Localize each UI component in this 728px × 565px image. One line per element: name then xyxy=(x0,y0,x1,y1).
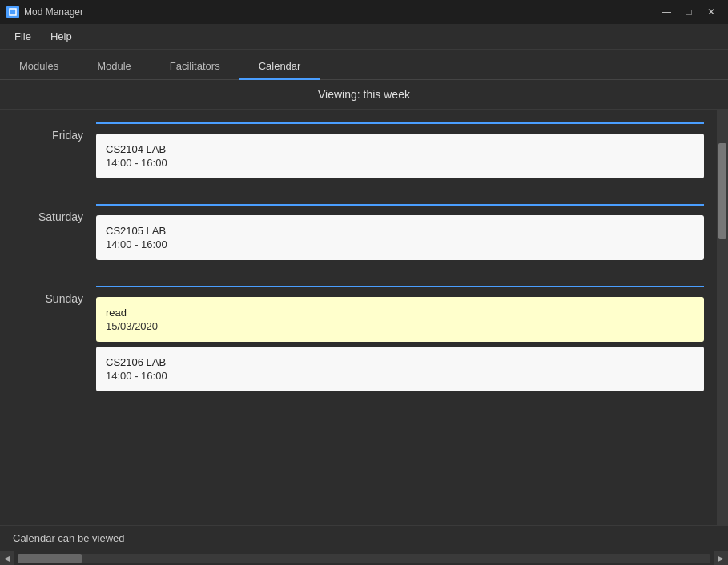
bottom-scroll-area: ◀ ▶ xyxy=(0,551,728,565)
event-card[interactable]: read15/03/2020 xyxy=(96,297,704,342)
maximize-button[interactable]: □ xyxy=(678,4,699,20)
event-card[interactable]: CS2104 LAB14:00 - 16:00 xyxy=(96,134,704,178)
scroll-left-button[interactable]: ◀ xyxy=(0,551,14,566)
day-events: CS2104 LAB14:00 - 16:00 xyxy=(96,122,717,178)
day-divider xyxy=(96,204,704,206)
calendar-area[interactable]: FridayCS2104 LAB14:00 - 16:00SaturdayCS2… xyxy=(0,110,717,525)
menu-help[interactable]: Help xyxy=(42,27,80,46)
main-content: FridayCS2104 LAB14:00 - 16:00SaturdayCS2… xyxy=(0,110,728,525)
event-time: 14:00 - 16:00 xyxy=(106,157,694,169)
day-label: Sunday xyxy=(0,286,96,391)
tab-calendar[interactable]: Calendar xyxy=(239,54,320,80)
app-title: Mod Manager xyxy=(24,6,83,18)
event-card[interactable]: CS2105 LAB14:00 - 16:00 xyxy=(96,215,704,260)
day-events: CS2105 LAB14:00 - 16:00 xyxy=(96,204,717,260)
minimize-button[interactable]: — xyxy=(656,4,677,20)
title-bar: Mod Manager — □ ✕ xyxy=(0,0,728,24)
day-section: FridayCS2104 LAB14:00 - 16:00 xyxy=(0,110,717,191)
title-bar-left: Mod Manager xyxy=(6,6,83,18)
event-time: 14:00 - 16:00 xyxy=(106,238,694,250)
scroll-right-button[interactable]: ▶ xyxy=(714,551,728,566)
app-icon xyxy=(6,6,19,18)
day-divider xyxy=(96,286,704,287)
menu-file[interactable]: File xyxy=(6,27,39,46)
event-time: 14:00 - 16:00 xyxy=(106,370,694,382)
close-button[interactable]: ✕ xyxy=(701,4,722,20)
tab-bar: Modules Module Facilitators Calendar xyxy=(0,50,728,80)
day-events: read15/03/2020CS2106 LAB14:00 - 16:00 xyxy=(96,286,717,391)
tab-module[interactable]: Module xyxy=(78,54,151,80)
viewing-header: Viewing: this week xyxy=(0,80,728,110)
status-bar: Calendar can be viewed xyxy=(0,525,728,551)
bottom-scroll-track[interactable] xyxy=(18,554,710,563)
day-section: Sundayread15/03/2020CS2106 LAB14:00 - 16… xyxy=(0,273,717,404)
svg-rect-0 xyxy=(10,9,16,15)
bottom-scroll-thumb[interactable] xyxy=(18,554,82,563)
event-title: CS2104 LAB xyxy=(106,143,694,155)
day-section: SaturdayCS2105 LAB14:00 - 16:00 xyxy=(0,191,717,273)
scrollbar-track[interactable] xyxy=(717,110,728,525)
scrollbar-thumb[interactable] xyxy=(718,143,726,239)
tab-modules[interactable]: Modules xyxy=(0,54,78,80)
event-title: read xyxy=(106,307,694,319)
menu-bar: File Help xyxy=(0,24,728,50)
day-divider xyxy=(96,122,704,124)
window-controls: — □ ✕ xyxy=(656,4,722,20)
status-text: Calendar can be viewed xyxy=(13,532,124,544)
viewing-text: Viewing: this week xyxy=(318,88,410,101)
event-card[interactable]: CS2106 LAB14:00 - 16:00 xyxy=(96,347,704,391)
event-title: CS2106 LAB xyxy=(106,356,694,368)
event-title: CS2105 LAB xyxy=(106,225,694,237)
event-time: 15/03/2020 xyxy=(106,320,694,332)
day-label: Saturday xyxy=(0,204,96,260)
day-label: Friday xyxy=(0,122,96,178)
tab-facilitators[interactable]: Facilitators xyxy=(151,54,239,80)
